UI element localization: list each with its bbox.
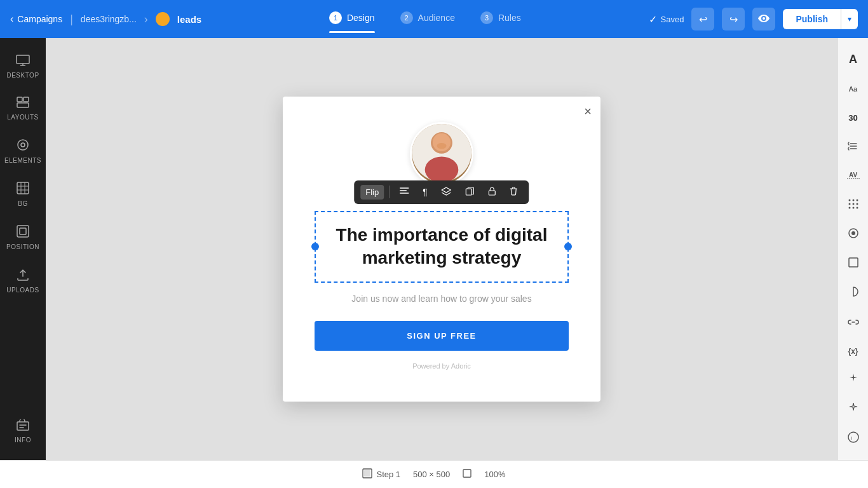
step-label: Step 1: [376, 470, 400, 479]
tab-rules-num: 3: [480, 11, 493, 24]
publish-dropdown-button[interactable]: ▾: [841, 9, 858, 29]
svg-point-20: [856, 200, 858, 201]
rs-half-circle[interactable]: [842, 281, 865, 304]
rs-circle[interactable]: [842, 223, 865, 246]
link-icon: [848, 316, 859, 328]
layers-button[interactable]: [437, 184, 457, 200]
desktop-icon: [16, 55, 30, 69]
align-button[interactable]: [395, 185, 414, 200]
breadcrumb-account: dees3ringzb...: [81, 14, 137, 24]
frame-icon: [463, 469, 471, 480]
rs-link[interactable]: [842, 311, 865, 334]
bottom-bar: Step 1 500 × 500 100%: [0, 460, 868, 488]
svg-rect-1: [17, 97, 22, 102]
main-layout: Desktop Layouts Elements: [0, 38, 868, 460]
sidebar-item-position[interactable]: Position: [3, 219, 43, 257]
flip-button[interactable]: Flip: [360, 185, 384, 200]
rs-line-spacing[interactable]: [842, 136, 865, 159]
preview-button[interactable]: [752, 8, 775, 30]
resize-handle-left[interactable]: [311, 243, 319, 250]
tab-design[interactable]: 1 Design: [329, 11, 375, 27]
tab-rules-label: Rules: [498, 13, 521, 23]
canvas-dimensions: 500 × 500: [413, 470, 450, 479]
powered-by: Powered by Adoric: [412, 362, 471, 370]
rs-magic2[interactable]: [842, 398, 865, 421]
svg-point-25: [852, 207, 854, 209]
step-indicator: Step 1: [362, 468, 400, 481]
rs-font-size[interactable]: 30: [842, 107, 865, 130]
signup-cta-button[interactable]: SIGN UP FREE: [315, 321, 569, 351]
rs-letter-spacing[interactable]: AV: [842, 165, 865, 187]
svg-point-18: [848, 200, 850, 201]
svg-point-5: [21, 143, 25, 147]
publish-button-group: Publish ▾: [783, 9, 858, 29]
canvas-area[interactable]: ×: [46, 38, 837, 460]
sidebar-item-info[interactable]: Info: [3, 413, 43, 450]
sidebar-item-elements[interactable]: Elements: [3, 132, 43, 170]
tab-audience[interactable]: 2 Audience: [400, 11, 455, 27]
redo-button[interactable]: ↪: [722, 8, 745, 30]
grid-icon: [848, 199, 858, 212]
flip-label: Flip: [365, 187, 379, 197]
redo-icon: ↪: [729, 13, 738, 25]
duplicate-icon: [466, 187, 475, 198]
layers-icon: [442, 187, 452, 198]
rs-square[interactable]: [842, 252, 865, 275]
floating-toolbar: Flip ¶: [354, 180, 529, 204]
rs-grid[interactable]: [842, 194, 865, 217]
rs-font-a[interactable]: A: [842, 48, 865, 71]
font-aa-icon: Aa: [849, 85, 857, 93]
sidebar-item-layouts[interactable]: Layouts: [3, 90, 43, 127]
sidebar-item-bg[interactable]: BG: [3, 175, 43, 214]
nav-tabs: 1 Design 2 Audience 3 Rules: [209, 11, 641, 27]
svg-point-19: [852, 200, 854, 201]
rs-accessibility[interactable]: i: [842, 427, 865, 450]
paragraph-button[interactable]: ¶: [417, 184, 433, 200]
magic2-icon: [848, 403, 858, 416]
nav-right-actions: ✓ Saved ↩ ↪ Publish ▾: [649, 8, 858, 30]
tab-design-num: 1: [329, 11, 342, 24]
sidebar-item-uploads[interactable]: Uploads: [3, 262, 43, 300]
popup-close-button[interactable]: ×: [584, 104, 592, 119]
svg-point-24: [848, 207, 850, 209]
duplicate-button[interactable]: [461, 184, 480, 200]
publish-button[interactable]: Publish: [783, 9, 841, 29]
svg-point-26: [856, 207, 858, 209]
back-to-campaigns-button[interactable]: ‹ Campaigns: [10, 13, 62, 25]
saved-status: ✓ Saved: [649, 13, 684, 25]
rs-magic1[interactable]: [842, 369, 865, 391]
rs-variables[interactable]: {x}: [842, 340, 865, 363]
font-a-icon: A: [849, 53, 857, 66]
popup-card: ×: [283, 97, 600, 402]
svg-point-21: [848, 203, 850, 205]
letter-spacing-icon: AV: [847, 170, 860, 182]
svg-rect-9: [17, 422, 29, 430]
popup-inner: THIS WEEK'S WEBINAR Flip: [283, 97, 600, 402]
sidebar-item-desktop[interactable]: Desktop: [3, 48, 43, 85]
magic1-icon: [848, 374, 858, 386]
check-icon: ✓: [649, 13, 657, 25]
svg-point-22: [852, 203, 854, 205]
rs-font-aa[interactable]: Aa: [842, 78, 865, 100]
undo-button[interactable]: ↩: [691, 8, 714, 30]
lock-button[interactable]: [484, 184, 501, 200]
resize-handle-right[interactable]: [564, 243, 572, 250]
step-icon: [362, 468, 372, 481]
svg-point-14: [437, 143, 446, 149]
eye-icon: [758, 13, 770, 25]
svg-rect-29: [849, 258, 858, 267]
popup-subtext: Join us now and learn how to grow your s…: [351, 292, 531, 306]
svg-rect-34: [463, 470, 471, 477]
nav-separator: |: [70, 13, 73, 26]
svg-rect-33: [364, 470, 370, 477]
breadcrumb-arrow: ›: [144, 13, 148, 26]
delete-button[interactable]: [505, 184, 523, 200]
tab-audience-num: 2: [400, 11, 413, 24]
line-spacing-icon: [848, 141, 859, 154]
tab-rules[interactable]: 3 Rules: [480, 11, 521, 27]
align-icon: [400, 187, 409, 197]
heading-text-block[interactable]: Flip ¶: [315, 211, 569, 283]
bg-icon: [17, 182, 29, 198]
campaign-icon: [156, 12, 170, 26]
svg-point-23: [856, 203, 858, 205]
